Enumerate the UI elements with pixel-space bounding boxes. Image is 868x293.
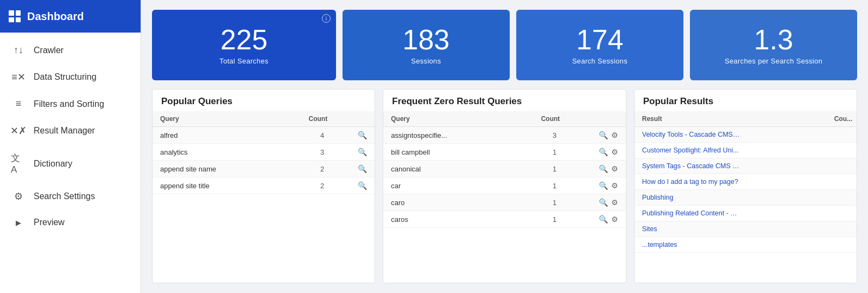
- count-cell: 1: [510, 211, 564, 228]
- popular-queries-query-col-header: Query: [153, 111, 278, 127]
- result-link[interactable]: Publishing: [642, 194, 740, 201]
- actions-cell: 🔍 ⚙: [564, 211, 625, 228]
- stat-label-total-searches: Total Searches: [219, 57, 268, 65]
- result-link[interactable]: Velocity Tools - Cascade CMS ...: [642, 131, 740, 138]
- result-link[interactable]: How do I add a tag to my page?: [642, 178, 740, 186]
- sidebar-item-data-structuring[interactable]: ≡✕ Data Structuring: [0, 63, 141, 91]
- search-icon[interactable]: 🔍: [358, 164, 367, 173]
- zero-results-count-col-header: Count: [510, 111, 564, 127]
- query-cell: car: [383, 177, 510, 194]
- actions-cell: 🔍: [332, 144, 375, 161]
- result-link[interactable]: Customer Spotlight: Alfred Uni...: [642, 146, 740, 154]
- popular-results-result-col-header: Result: [635, 111, 810, 127]
- table-row: bill campbell 1 🔍 ⚙: [383, 144, 625, 161]
- filters-icon: ≡: [11, 98, 26, 110]
- table-row: car 1 🔍 ⚙: [383, 177, 625, 194]
- sidebar-item-result-manager[interactable]: ✕✗ Result Manager: [0, 117, 141, 144]
- actions-cell: 🔍 ⚙: [564, 144, 625, 161]
- gear-icon[interactable]: ⚙: [611, 148, 618, 156]
- table-row: How do I add a tag to my page?: [635, 174, 857, 190]
- result-cell: ...templates: [635, 237, 810, 253]
- search-icon[interactable]: 🔍: [599, 181, 608, 190]
- table-row: Publishing Related Content - Ca...: [635, 206, 857, 221]
- gear-icon[interactable]: ⚙: [611, 198, 618, 207]
- sidebar-item-preview-label: Preview: [34, 218, 65, 227]
- result-manager-icon: ✕✗: [11, 125, 26, 137]
- search-icon[interactable]: 🔍: [599, 164, 608, 173]
- tables-row: Popular Queries Query Count alfred 4 🔍: [152, 89, 857, 283]
- search-icon[interactable]: 🔍: [358, 148, 367, 156]
- gear-icon[interactable]: ⚙: [611, 164, 618, 173]
- count-cell: [810, 158, 857, 174]
- search-icon[interactable]: 🔍: [358, 181, 367, 190]
- result-link[interactable]: Sites: [642, 225, 740, 233]
- zero-results-actions-col-header: [564, 111, 625, 127]
- gear-icon[interactable]: ⚙: [611, 131, 618, 139]
- query-cell: append site name: [153, 161, 278, 177]
- result-link[interactable]: ...templates: [642, 241, 740, 249]
- sidebar-item-result-manager-label: Result Manager: [34, 126, 95, 136]
- result-link[interactable]: Publishing Related Content - Ca...: [642, 209, 740, 217]
- zero-results-panel: Frequent Zero Result Queries Query Count…: [383, 89, 626, 283]
- stat-number-searches-per-session: 1.3: [754, 26, 793, 54]
- table-row: append site title 2 🔍: [153, 177, 375, 194]
- popular-queries-panel: Popular Queries Query Count alfred 4 🔍: [152, 89, 375, 283]
- table-row: System Tags - Cascade CMS K...: [635, 158, 857, 174]
- table-row: analytics 3 🔍: [153, 144, 375, 161]
- table-row: canonical 1 🔍 ⚙: [383, 161, 625, 177]
- table-row: ...templates: [635, 237, 857, 253]
- sidebar-item-preview[interactable]: ▶ Preview: [0, 210, 141, 235]
- sidebar: Dashboard ↑↓ Crawler ≡✕ Data Structuring…: [0, 0, 141, 293]
- count-cell: [810, 174, 857, 190]
- preview-icon: ▶: [11, 219, 26, 227]
- result-cell: Sites: [635, 221, 810, 237]
- query-cell: canonical: [383, 161, 510, 177]
- stat-label-sessions: Sessions: [411, 57, 441, 65]
- sidebar-item-filters-sorting-label: Filters and Sorting: [34, 99, 104, 109]
- table-row: caro 1 🔍 ⚙: [383, 194, 625, 211]
- count-cell: [810, 221, 857, 237]
- dashboard-icon: [9, 10, 21, 22]
- stat-label-searches-per-session: Searches per Search Session: [725, 57, 822, 65]
- gear-icon[interactable]: ⚙: [611, 181, 618, 190]
- query-cell: assigntospecifie...: [383, 127, 510, 144]
- sidebar-item-crawler[interactable]: ↑↓ Crawler: [0, 37, 141, 63]
- sidebar-item-filters-sorting[interactable]: ≡ Filters and Sorting: [0, 91, 141, 117]
- stat-number-search-sessions: 174: [576, 26, 624, 54]
- table-row: alfred 4 🔍: [153, 127, 375, 144]
- popular-queries-table: Query Count alfred 4 🔍 analytics 3 🔍: [153, 111, 375, 194]
- sidebar-item-crawler-label: Crawler: [34, 46, 64, 55]
- actions-cell: 🔍 ⚙: [564, 127, 625, 144]
- query-cell: append site title: [153, 177, 278, 194]
- popular-queries-title: Popular Queries: [153, 90, 375, 111]
- table-row: Velocity Tools - Cascade CMS ...: [635, 127, 857, 143]
- info-icon[interactable]: i: [322, 14, 331, 23]
- actions-cell: 🔍 ⚙: [564, 194, 625, 211]
- popular-results-table: Result Cou... Velocity Tools - Cascade C…: [635, 111, 857, 253]
- sidebar-item-data-structuring-label: Data Structuring: [34, 72, 97, 82]
- table-row: Sites: [635, 221, 857, 237]
- stat-total-searches: i 225 Total Searches: [152, 10, 336, 80]
- count-cell: 1: [510, 144, 564, 161]
- stat-sessions: 183 Sessions: [343, 10, 510, 80]
- sidebar-item-search-settings[interactable]: ⚙ Search Settings: [0, 183, 141, 210]
- search-icon[interactable]: 🔍: [599, 198, 608, 207]
- result-link[interactable]: System Tags - Cascade CMS K...: [642, 162, 740, 170]
- app-title: Dashboard: [27, 10, 84, 23]
- search-icon[interactable]: 🔍: [599, 131, 608, 139]
- stat-label-search-sessions: Search Sessions: [572, 57, 628, 65]
- count-cell: 2: [278, 177, 332, 194]
- result-cell: Velocity Tools - Cascade CMS ...: [635, 127, 810, 143]
- search-settings-icon: ⚙: [11, 190, 26, 202]
- search-icon[interactable]: 🔍: [358, 131, 367, 139]
- zero-results-query-col-header: Query: [383, 111, 510, 127]
- table-row: append site name 2 🔍: [153, 161, 375, 177]
- gear-icon[interactable]: ⚙: [611, 215, 618, 224]
- search-icon[interactable]: 🔍: [599, 215, 608, 224]
- count-cell: 1: [510, 161, 564, 177]
- stat-searches-per-session: 1.3 Searches per Search Session: [690, 10, 857, 80]
- count-cell: 3: [278, 144, 332, 161]
- popular-queries-actions-col-header: [332, 111, 375, 127]
- sidebar-item-dictionary[interactable]: 文A Dictionary: [0, 144, 141, 183]
- search-icon[interactable]: 🔍: [599, 148, 608, 156]
